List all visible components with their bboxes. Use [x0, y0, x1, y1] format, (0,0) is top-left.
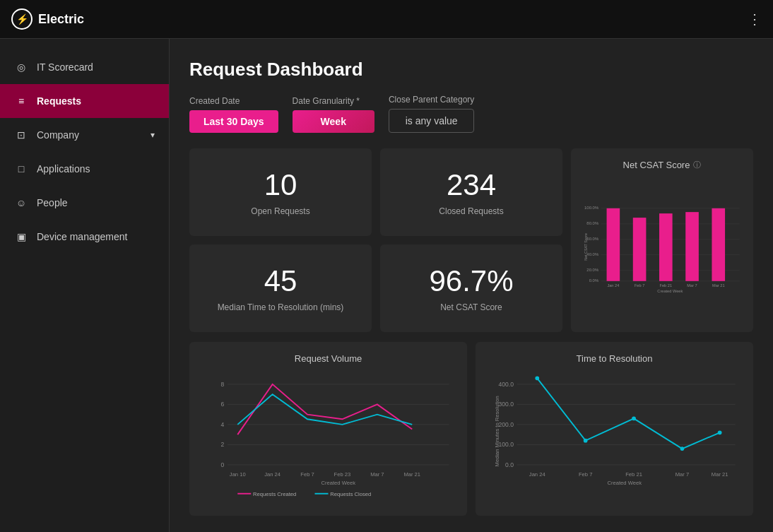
- top-bar: ⚡ Electric ⋮: [0, 0, 773, 39]
- svg-text:Mar 7: Mar 7: [687, 283, 697, 288]
- close-parent-filter: Close Parent Category is any value: [389, 95, 474, 133]
- net-csat-stat-value: 96.7%: [429, 264, 513, 298]
- svg-text:4: 4: [220, 421, 224, 428]
- svg-text:Requests Closed: Requests Closed: [330, 491, 371, 497]
- main-content: Request Dashboard Created Date Last 30 D…: [170, 39, 773, 532]
- chevron-down-icon: ▾: [151, 130, 155, 140]
- svg-text:Feb 23: Feb 23: [334, 471, 351, 478]
- svg-text:Mar 21: Mar 21: [712, 471, 728, 478]
- csat-svg: 100.0% 80.0% 60.0% 40.0% 20.0% 0.0%: [582, 177, 742, 312]
- requests-icon: ≡: [14, 94, 28, 108]
- svg-text:100.0: 100.0: [499, 441, 514, 448]
- sidebar-item-device-management[interactable]: ▣ Device management: [0, 220, 169, 254]
- close-parent-button[interactable]: is any value: [389, 109, 474, 133]
- sidebar: ◎ IT Scorecard ≡ Requests ⊡ Company ▾ □ …: [0, 39, 170, 532]
- close-parent-label: Close Parent Category: [389, 95, 474, 105]
- time-to-resolution-card: Time to Resolution 400.0 300.0 200.0 100…: [476, 342, 753, 516]
- svg-text:400.0: 400.0: [499, 381, 514, 388]
- logo-area: ⚡ Electric: [11, 8, 84, 30]
- charts-row: Request Volume 8 6 4 2 0: [189, 342, 753, 516]
- svg-text:Feb 7: Feb 7: [300, 471, 314, 478]
- request-volume-svg: 8 6 4 2 0 Jan 10 Jan 24: [201, 371, 456, 502]
- date-granularity-label: Date Granularity *: [293, 96, 374, 106]
- svg-text:Requests Created: Requests Created: [253, 491, 296, 497]
- device-management-icon: ▣: [14, 230, 28, 244]
- svg-point-55: [535, 376, 539, 380]
- filters-row: Created Date Last 30 Days Date Granulari…: [189, 95, 753, 133]
- svg-point-56: [584, 439, 588, 443]
- closed-requests-value: 234: [447, 168, 496, 202]
- stats-grid: 10 Open Requests 234 Closed Requests Net…: [189, 148, 753, 332]
- applications-icon: □: [14, 162, 28, 176]
- svg-text:Feb 21: Feb 21: [625, 471, 642, 478]
- sidebar-item-company[interactable]: ⊡ Company ▾: [0, 118, 169, 152]
- svg-text:0: 0: [220, 461, 224, 468]
- open-requests-label: Open Requests: [251, 206, 309, 216]
- svg-text:Mar 21: Mar 21: [403, 471, 420, 478]
- closed-requests-label: Closed Requests: [439, 206, 503, 216]
- svg-point-57: [632, 416, 636, 420]
- sidebar-item-label: Applications: [37, 163, 90, 175]
- svg-text:200.0: 200.0: [499, 421, 514, 428]
- csat-chart-title: Net CSAT Score ⓘ: [582, 160, 742, 170]
- logo-text: Electric: [38, 12, 84, 27]
- median-time-value: 45: [264, 264, 297, 298]
- sidebar-item-label: IT Scorecard: [37, 61, 93, 73]
- svg-text:100.0%: 100.0%: [584, 206, 599, 210]
- svg-text:Jan 24: Jan 24: [264, 471, 281, 478]
- sidebar-item-it-scorecard[interactable]: ◎ IT Scorecard: [0, 50, 169, 84]
- open-requests-card: 10 Open Requests: [189, 148, 372, 236]
- svg-text:Created Week: Created Week: [608, 480, 642, 486]
- people-icon: ☺: [14, 196, 28, 210]
- time-to-resolution-title: Time to Resolution: [487, 353, 742, 364]
- svg-text:80.0%: 80.0%: [586, 221, 599, 225]
- created-date-button[interactable]: Last 30 Days: [189, 110, 278, 133]
- svg-text:40.0%: 40.0%: [586, 252, 599, 256]
- svg-text:0.0%: 0.0%: [589, 278, 599, 283]
- svg-rect-12: [607, 208, 620, 281]
- request-volume-card: Request Volume 8 6 4 2 0: [189, 342, 467, 516]
- sidebar-item-label: People: [37, 197, 68, 208]
- it-scorecard-icon: ◎: [14, 60, 28, 74]
- logo-icon: ⚡: [11, 8, 33, 30]
- svg-text:60.0%: 60.0%: [586, 237, 599, 241]
- svg-rect-13: [633, 218, 647, 281]
- created-date-label: Created Date: [189, 96, 278, 106]
- sidebar-item-applications[interactable]: □ Applications: [0, 152, 169, 186]
- svg-text:Net CSAT Score: Net CSAT Score: [584, 233, 588, 261]
- sidebar-item-label: Company: [37, 129, 79, 141]
- csat-chart-card: Net CSAT Score ⓘ 100.0% 80.0% 60.0% 40.0…: [571, 148, 753, 332]
- svg-text:Feb 7: Feb 7: [635, 283, 644, 288]
- svg-text:2: 2: [220, 441, 224, 448]
- svg-text:Feb 7: Feb 7: [579, 471, 592, 478]
- svg-point-58: [680, 447, 685, 451]
- median-time-label: Median Time to Resolution (mins): [218, 302, 344, 312]
- svg-text:Jan 10: Jan 10: [230, 471, 246, 478]
- svg-text:Feb 21: Feb 21: [660, 283, 673, 288]
- svg-text:Jan 24: Jan 24: [529, 471, 545, 478]
- median-time-card: 45 Median Time to Resolution (mins): [189, 244, 372, 332]
- sidebar-item-people[interactable]: ☺ People: [0, 186, 169, 220]
- date-granularity-button[interactable]: Week: [293, 110, 374, 133]
- company-icon: ⊡: [14, 128, 28, 142]
- menu-icon[interactable]: ⋮: [748, 11, 762, 28]
- svg-text:Created Week: Created Week: [321, 480, 356, 486]
- svg-text:Mar 7: Mar 7: [370, 471, 384, 478]
- app-container: ◎ IT Scorecard ≡ Requests ⊡ Company ▾ □ …: [0, 39, 773, 532]
- svg-rect-15: [685, 212, 699, 281]
- svg-rect-16: [712, 208, 725, 281]
- svg-text:Created Week: Created Week: [657, 289, 683, 293]
- svg-text:300.0: 300.0: [499, 401, 514, 408]
- net-csat-stat-card: 96.7% Net CSAT Score: [380, 244, 562, 332]
- svg-text:8: 8: [220, 381, 224, 388]
- svg-text:Mar 7: Mar 7: [675, 471, 689, 478]
- request-volume-title: Request Volume: [201, 353, 456, 364]
- svg-text:Median Minutes to Resolution: Median Minutes to Resolution: [494, 396, 500, 466]
- page-title: Request Dashboard: [189, 59, 753, 81]
- sidebar-item-requests[interactable]: ≡ Requests: [0, 84, 169, 118]
- svg-text:20.0%: 20.0%: [586, 268, 599, 272]
- net-csat-stat-label: Net CSAT Score: [440, 302, 502, 312]
- sidebar-item-label: Requests: [37, 95, 81, 107]
- svg-text:Jan 24: Jan 24: [607, 283, 619, 288]
- svg-text:Mar 21: Mar 21: [712, 283, 725, 288]
